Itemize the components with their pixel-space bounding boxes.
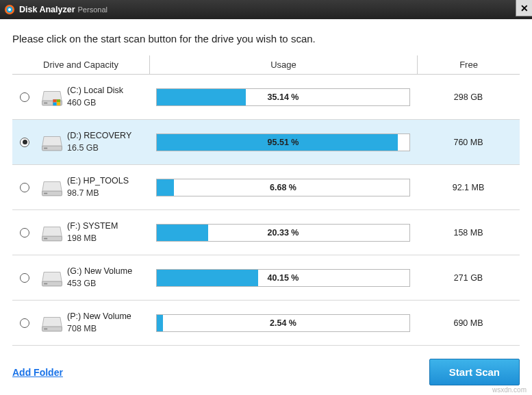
- content: Please click on the start scan button fo…: [0, 19, 532, 346]
- usage-percent: 40.15 %: [157, 270, 409, 286]
- usage-percent: 6.68 %: [157, 179, 409, 196]
- drive-row[interactable]: (D:) RECOVERY 16.5 GB 95.51 % 760 MB: [12, 120, 520, 165]
- radio-cell[interactable]: [12, 92, 37, 102]
- drive-row[interactable]: (C:) Local Disk 460 GB 35.14 % 298 GB: [12, 75, 520, 120]
- drive-capacity: 460 GB: [67, 97, 149, 110]
- usage-cell: 20.33 %: [149, 224, 417, 242]
- drive-name: (G:) New Volume: [67, 266, 149, 278]
- radio-cell[interactable]: [12, 228, 37, 238]
- usage-cell: 95.51 %: [149, 133, 417, 151]
- footer: Add Folder Start Scan: [12, 359, 520, 385]
- svg-rect-11: [44, 147, 47, 149]
- radio-button[interactable]: [20, 138, 29, 147]
- usage-percent: 35.14 %: [157, 89, 409, 105]
- drive-icon: [37, 221, 67, 244]
- radio-cell[interactable]: [12, 318, 37, 328]
- usage-bar: 2.54 %: [156, 314, 410, 332]
- drive-row[interactable]: (G:) New Volume 453 GB 40.15 % 271 GB: [12, 255, 520, 301]
- drive-name: (P:) New Volume: [67, 311, 149, 323]
- app-edition: Personal: [78, 5, 107, 14]
- close-button[interactable]: ✕: [516, 0, 532, 16]
- free-space: 690 MB: [417, 318, 520, 328]
- watermark: wsxdn.com: [492, 386, 527, 394]
- radio-cell[interactable]: [12, 138, 37, 147]
- drive-icon: [37, 266, 67, 290]
- drive-capacity: 453 GB: [67, 278, 149, 290]
- free-space: 298 GB: [417, 92, 520, 102]
- drive-label: (D:) RECOVERY 16.5 GB: [67, 130, 149, 154]
- header-usage: Usage: [149, 55, 417, 74]
- drive-name: (E:) HP_TOOLS: [67, 175, 149, 188]
- drive-label: (C:) Local Disk 460 GB: [67, 85, 149, 109]
- svg-rect-9: [57, 102, 60, 105]
- usage-percent: 2.54 %: [157, 315, 409, 331]
- svg-rect-6: [53, 99, 57, 102]
- svg-rect-13: [44, 192, 47, 194]
- instruction-text: Please click on the start scan button fo…: [12, 33, 520, 44]
- header-drive: Drive and Capacity: [12, 55, 149, 74]
- svg-rect-4: [44, 102, 47, 103]
- app-logo-icon: [4, 4, 15, 15]
- svg-rect-19: [44, 328, 47, 329]
- drive-icon: [37, 131, 67, 154]
- radio-button[interactable]: [20, 273, 29, 283]
- drive-label: (P:) New Volume 708 MB: [67, 311, 149, 335]
- drive-name: (D:) RECOVERY: [67, 130, 149, 142]
- free-space: 760 MB: [417, 138, 520, 147]
- svg-rect-7: [57, 99, 60, 102]
- drive-row[interactable]: (E:) HP_TOOLS 98.7 MB 6.68 % 92.1 MB: [12, 165, 520, 210]
- app-name: Disk Analyzer: [19, 5, 75, 14]
- drive-label: (F:) SYSTEM 198 MB: [67, 220, 149, 244]
- header-free: Free: [417, 55, 520, 74]
- usage-bar: 20.33 %: [156, 224, 410, 242]
- free-space: 158 MB: [417, 228, 520, 238]
- drive-label: (E:) HP_TOOLS 98.7 MB: [67, 175, 149, 199]
- drive-row[interactable]: (P:) New Volume 708 MB 2.54 % 690 MB: [12, 301, 520, 346]
- close-icon: ✕: [520, 3, 529, 14]
- svg-rect-17: [44, 283, 47, 284]
- usage-cell: 35.14 %: [149, 88, 417, 106]
- add-folder-link[interactable]: Add Folder: [12, 367, 63, 378]
- svg-rect-15: [44, 238, 47, 239]
- svg-point-2: [8, 8, 11, 11]
- usage-bar: 40.15 %: [156, 269, 410, 287]
- drive-row[interactable]: (F:) SYSTEM 198 MB 20.33 % 158 MB: [12, 210, 520, 255]
- usage-bar: 6.68 %: [156, 179, 410, 196]
- free-space: 271 GB: [417, 273, 520, 283]
- drive-capacity: 98.7 MB: [67, 188, 149, 200]
- radio-button[interactable]: [20, 228, 29, 238]
- table-header: Drive and Capacity Usage Free: [12, 55, 520, 75]
- usage-bar: 95.51 %: [156, 133, 410, 151]
- usage-cell: 6.68 %: [149, 179, 417, 196]
- free-space: 92.1 MB: [417, 183, 520, 192]
- usage-cell: 40.15 %: [149, 269, 417, 287]
- radio-cell[interactable]: [12, 273, 37, 283]
- radio-cell[interactable]: [12, 183, 37, 192]
- usage-bar: 35.14 %: [156, 88, 410, 106]
- svg-rect-8: [53, 102, 57, 105]
- drive-name: (C:) Local Disk: [67, 85, 149, 97]
- drive-list: (C:) Local Disk 460 GB 35.14 % 298 GB (D…: [12, 75, 520, 346]
- drive-icon: [37, 176, 67, 199]
- drive-label: (G:) New Volume 453 GB: [67, 266, 149, 290]
- drive-capacity: 198 MB: [67, 233, 149, 245]
- radio-button[interactable]: [20, 92, 29, 102]
- usage-percent: 95.51 %: [157, 134, 409, 151]
- drive-icon: [37, 311, 67, 335]
- titlebar: Disk Analyzer Personal ✕: [0, 0, 532, 19]
- radio-button[interactable]: [20, 183, 29, 192]
- drive-name: (F:) SYSTEM: [67, 220, 149, 233]
- drive-capacity: 16.5 GB: [67, 142, 149, 155]
- usage-percent: 20.33 %: [157, 225, 409, 241]
- drive-icon: [37, 86, 67, 109]
- start-scan-button[interactable]: Start Scan: [429, 359, 520, 385]
- radio-button[interactable]: [20, 318, 29, 328]
- usage-cell: 2.54 %: [149, 314, 417, 332]
- drive-capacity: 708 MB: [67, 323, 149, 335]
